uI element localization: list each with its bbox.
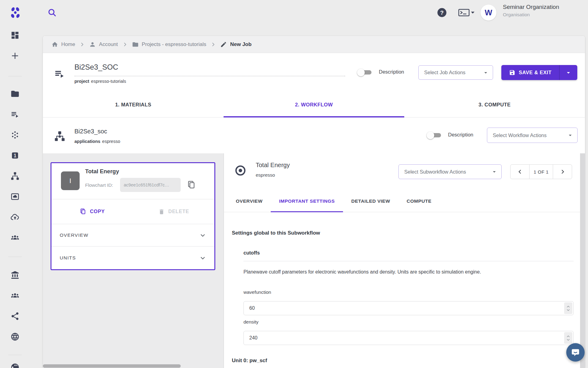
share-icon[interactable]	[10, 312, 20, 321]
breadcrumb-account[interactable]: Account	[89, 41, 118, 48]
job-title-edit-underline[interactable]	[74, 76, 345, 76]
tab-materials[interactable]: 1. MATERIALS	[43, 92, 224, 117]
unit-badge: I	[61, 171, 80, 190]
copy-icon	[80, 208, 86, 215]
workflows-sitemap-icon[interactable]	[10, 171, 20, 181]
breadcrumb-new-job: New Job	[220, 41, 251, 48]
wavefunction-input[interactable]	[243, 301, 574, 315]
members-group-icon[interactable]	[10, 291, 20, 300]
help-icon[interactable]: ?	[437, 8, 447, 17]
job-project: projectespresso-tutorials	[74, 79, 126, 84]
flowchart-panel: I Total Energy Flowchart ID: ac9ee1c651f…	[43, 153, 224, 368]
tab-overview[interactable]: OVERVIEW	[228, 190, 271, 212]
materials-atoms-icon[interactable]	[10, 130, 20, 140]
pager-next-button[interactable]	[553, 165, 572, 179]
home-icon	[51, 41, 58, 48]
chevron-right-icon	[122, 42, 128, 47]
mat3ra-logo[interactable]	[9, 6, 21, 19]
subworkflow-record-icon	[234, 164, 247, 177]
search-icon[interactable]	[47, 8, 57, 17]
chat-launcher-button[interactable]	[566, 343, 585, 362]
save-icon	[509, 69, 515, 76]
trash-icon	[158, 209, 165, 215]
job-description-label: Description	[379, 69, 404, 75]
stepper-up-icon	[566, 335, 570, 338]
add-icon[interactable]	[10, 51, 20, 60]
app-root: ? W Seminar Organization Organisation 1	[0, 0, 588, 368]
save-more-button[interactable]	[560, 65, 577, 80]
overview-accordion-label: OVERVIEW	[60, 232, 89, 238]
workflow-title[interactable]: Bi2Se3_soc	[74, 128, 107, 135]
cutoffs-group-title: cutoffs	[243, 250, 260, 256]
unit-section-title: Unit 0: pw_scf	[232, 358, 267, 364]
copy-id-icon[interactable]	[187, 180, 196, 190]
job-playlist-icon	[54, 68, 65, 79]
job-actions-select[interactable]: Select Job Actions	[418, 65, 493, 80]
sidebar-divider	[8, 257, 22, 257]
tab-workflow[interactable]: 2. WORKFLOW	[224, 92, 404, 117]
copy-unit-button[interactable]: COPY	[51, 199, 133, 224]
save-exit-label: SAVE & EXIT	[519, 70, 552, 75]
sidebar-divider	[8, 355, 22, 355]
subworkflow-actions-select[interactable]: Select Subworkflow Actions	[398, 164, 502, 179]
subworkflow-pager: 1 OF 1	[510, 164, 572, 179]
job-step-tabs: 1. MATERIALS 2. WORKFLOW 3. COMPUTE	[43, 92, 585, 117]
tab-compute[interactable]: 3. COMPUTE	[404, 92, 585, 117]
workflow-sitemap-icon	[54, 130, 66, 142]
save-exit-button[interactable]: SAVE & EXIT	[501, 65, 559, 80]
horizontal-scrollbar[interactable]	[43, 364, 181, 368]
workflow-header: Bi2Se3_soc applicationsespresso Descript…	[43, 117, 585, 153]
wavefunction-stepper[interactable]	[564, 302, 572, 314]
job-description-toggle[interactable]	[357, 68, 374, 76]
project-label: project	[74, 79, 89, 84]
delete-label: DELETE	[168, 209, 189, 214]
tab-important-settings[interactable]: IMPORTANT SETTINGS	[271, 190, 343, 212]
org-name: Seminar Organization	[503, 4, 559, 10]
team-group-icon[interactable]	[10, 233, 20, 242]
person-icon	[89, 41, 96, 48]
jobs-playlist-icon[interactable]	[10, 110, 20, 119]
workflow-content: I Total Energy Flowchart ID: ac9ee1c651f…	[43, 153, 585, 368]
density-stepper[interactable]	[564, 332, 572, 344]
sidebar-divider	[8, 76, 22, 76]
subworkflow-actions-label: Select Subworkflow Actions	[404, 169, 466, 175]
subworkflow-tabs: OVERVIEW IMPORTANT SETTINGS DETAILED VIE…	[224, 190, 580, 212]
folder-icon	[132, 41, 139, 48]
pager-prev-button[interactable]	[511, 165, 529, 179]
chevron-right-icon	[560, 169, 566, 175]
console-menu-icon[interactable]	[456, 8, 477, 17]
main-card: Home Account Projects - espresso-tutoria…	[43, 36, 585, 368]
cloud-upload-icon[interactable]	[10, 213, 20, 222]
workflow-actions-select[interactable]: Select Workflow Actions	[487, 128, 578, 143]
job-title[interactable]: Bi2Se3_SOC	[74, 63, 118, 71]
wavefunction-label: wavefunction	[243, 289, 271, 295]
flowchart-id-value[interactable]: ac9ee1c651f61cdf7c…	[120, 178, 181, 192]
flowchart-unit-card[interactable]: I Total Energy Flowchart ID: ac9ee1c651f…	[51, 162, 215, 270]
overview-accordion[interactable]: OVERVIEW	[51, 224, 214, 247]
copy-label: COPY	[90, 209, 105, 214]
unit-one-icon[interactable]: 1	[10, 151, 20, 160]
vertical-scrollbar[interactable]	[580, 153, 585, 368]
breadcrumb-home[interactable]: Home	[51, 41, 75, 48]
images-media-icon[interactable]	[10, 192, 20, 201]
web-globe-partial-icon[interactable]	[10, 363, 20, 368]
flowchart-card-actions: COPY DELETE	[51, 199, 214, 224]
projects-folder-icon[interactable]	[10, 89, 20, 98]
tab-detailed-view[interactable]: DETAILED VIEW	[343, 190, 398, 212]
web-globe-icon[interactable]	[10, 332, 20, 341]
breadcrumb-project[interactable]: Projects - espresso-tutorials	[132, 41, 206, 48]
delete-unit-button[interactable]: DELETE	[133, 199, 214, 224]
density-input[interactable]	[243, 331, 574, 345]
breadcrumb-label: New Job	[230, 41, 251, 48]
workflow-description-toggle[interactable]	[427, 131, 444, 139]
org-type: Organisation	[503, 12, 559, 17]
pencil-icon	[220, 41, 227, 48]
units-accordion[interactable]: UNITS	[51, 247, 214, 269]
institution-bank-icon[interactable]	[10, 270, 20, 280]
caret-down-icon	[565, 69, 572, 76]
tab-compute-sub[interactable]: COMPUTE	[398, 190, 440, 212]
global-settings-title: Settings global to this Subworkflow	[232, 230, 320, 236]
avatar[interactable]: W	[481, 5, 496, 21]
dashboard-icon[interactable]	[10, 31, 20, 40]
org-info[interactable]: Seminar Organization Organisation	[503, 4, 559, 17]
